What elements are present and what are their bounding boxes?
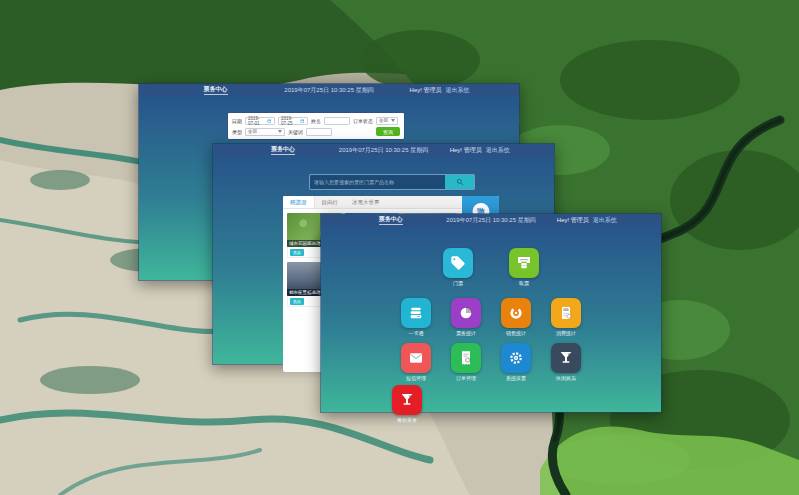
app-label: 短信管理 — [406, 375, 426, 381]
app-row-4: 餐饮美食 — [321, 385, 661, 423]
app-tile-ticket-stats[interactable]: 票务统计 — [446, 298, 486, 336]
app-label: 餐饮美食 — [397, 417, 417, 423]
tour-card-chip[interactable]: 热卖 — [290, 298, 304, 305]
app-label: 订单管理 — [456, 375, 476, 381]
keyword-field-wrap — [306, 128, 332, 136]
calendar-icon — [300, 118, 305, 124]
app-tile-card-pass[interactable]: 一卡通 — [396, 298, 436, 336]
query-button[interactable]: 查询 — [376, 127, 400, 136]
app-label: 门票 — [453, 280, 463, 286]
chevron-down-icon — [278, 130, 282, 133]
cocktail-icon — [551, 343, 581, 373]
window-header: 票务中心 2019年07月25日 10:30:25 星期四 Hey! 管理员 退… — [321, 214, 661, 226]
search-input[interactable] — [309, 174, 445, 190]
window-title: 票务中心 — [271, 145, 295, 155]
status-select[interactable]: 全部 — [376, 117, 398, 125]
pie-chart-icon — [451, 298, 481, 328]
app-label: 休闲娱乐 — [556, 375, 576, 381]
date-from-input[interactable]: 2019-07-01 — [245, 117, 275, 125]
name-label: 姓名 — [311, 118, 321, 124]
header-datetime: 2019年07月25日 10:30:25 星期四 — [446, 216, 535, 225]
gear-icon — [501, 343, 531, 373]
logout-link[interactable]: 退出系统 — [593, 216, 617, 225]
logout-link[interactable]: 退出系统 — [446, 86, 470, 95]
app-label: 系统设置 — [506, 375, 526, 381]
window-app-launcher: 票务中心 2019年07月25日 10:30:25 星期四 Hey! 管理员 退… — [320, 213, 662, 413]
window-header: 票务中心 2019年07月25日 10:30:25 星期四 Hey! 管理员 退… — [213, 144, 554, 156]
app-tile-orders[interactable]: 订单管理 — [446, 343, 486, 381]
calculator-icon — [551, 298, 581, 328]
window-title: 票务中心 — [204, 85, 228, 95]
tab-independent[interactable]: 自由行 — [315, 196, 346, 208]
app-label: 消费统计 — [556, 330, 576, 336]
keyword-label: 关键词 — [288, 129, 303, 135]
keyword-field[interactable] — [309, 129, 329, 134]
screen: 票务中心 2019年07月25日 10:30:25 星期四 Hey! 管理员 退… — [0, 0, 799, 495]
status-label: 订单状态 — [353, 118, 373, 124]
app-tile-ticket-pickup[interactable]: 取票 — [504, 248, 544, 286]
search-button[interactable] — [445, 174, 475, 190]
window-body: 门票 取票 一卡通 — [321, 226, 661, 412]
app-row-3: 短信管理 订单管理 系统设置 — [321, 343, 661, 381]
calendar-icon — [267, 118, 272, 124]
app-tile-tickets[interactable]: 门票 — [438, 248, 478, 286]
app-tile-leisure[interactable]: 休闲娱乐 — [546, 343, 586, 381]
app-label: 一卡通 — [409, 330, 424, 336]
app-row-2: 一卡通 票务统计 销售统计 — [321, 298, 661, 336]
filter-panel: 日期 2019-07-01 2019-07-25 姓名 订单状态 全部 — [227, 112, 405, 140]
name-field-wrap — [324, 117, 350, 125]
search-icon — [456, 178, 464, 186]
search-bar — [309, 174, 475, 190]
filter-row-2: 类型 全部 关键词 查询 — [232, 127, 400, 137]
app-tile-sales-stats[interactable]: 销售统计 — [496, 298, 536, 336]
date-from-value: 2019-07-01 — [248, 116, 265, 126]
app-tile-sms[interactable]: 短信管理 — [396, 343, 436, 381]
date-label: 日期 — [232, 118, 242, 124]
header-greeting: Hey! 管理员 — [450, 146, 482, 155]
order-settings-icon — [451, 343, 481, 373]
message-icon — [401, 343, 431, 373]
date-to-input[interactable]: 2019-07-25 — [278, 117, 308, 125]
window-title: 票务中心 — [379, 215, 403, 225]
date-to-value: 2019-07-25 — [281, 116, 298, 126]
app-row-1: 门票 取票 — [321, 248, 661, 286]
window-header: 票务中心 2019年07月25日 10:30:25 星期四 Hey! 管理员 退… — [139, 84, 519, 96]
type-value: 全部 — [248, 129, 257, 134]
cocktail-icon — [392, 385, 422, 415]
ticket-machine-icon — [509, 248, 539, 278]
donut-chart-icon — [501, 298, 531, 328]
status-value: 全部 — [379, 118, 388, 123]
type-select[interactable]: 全部 — [245, 128, 285, 136]
app-label: 取票 — [519, 280, 529, 286]
tab-featured[interactable]: 精选游 — [283, 196, 315, 208]
header-greeting: Hey! 管理员 — [557, 216, 589, 225]
header-datetime: 2019年07月25日 10:30:25 星期四 — [339, 146, 428, 155]
chevron-down-icon — [391, 119, 395, 122]
tab-ice-snow-world[interactable]: 冰雪大世界 — [345, 196, 387, 208]
tab-bar: 精选游 自由行 冰雪大世界 — [283, 196, 462, 209]
wallet-icon — [401, 298, 431, 328]
price-tag-icon — [443, 248, 473, 278]
header-greeting: Hey! 管理员 — [410, 86, 442, 95]
logout-link[interactable]: 退出系统 — [486, 146, 510, 155]
app-label: 票务统计 — [456, 330, 476, 336]
header-datetime: 2019年07月25日 10:30:25 星期四 — [284, 86, 373, 95]
name-field[interactable] — [327, 118, 347, 123]
app-tile-food[interactable]: 餐饮美食 — [387, 385, 427, 423]
type-label: 类型 — [232, 129, 242, 135]
app-tile-consume-stats[interactable]: 消费统计 — [546, 298, 586, 336]
app-label: 销售统计 — [506, 330, 526, 336]
tour-card-chip[interactable]: 热卖 — [290, 249, 304, 256]
filter-row-1: 日期 2019-07-01 2019-07-25 姓名 订单状态 全部 — [232, 116, 400, 126]
app-tile-settings[interactable]: 系统设置 — [496, 343, 536, 381]
